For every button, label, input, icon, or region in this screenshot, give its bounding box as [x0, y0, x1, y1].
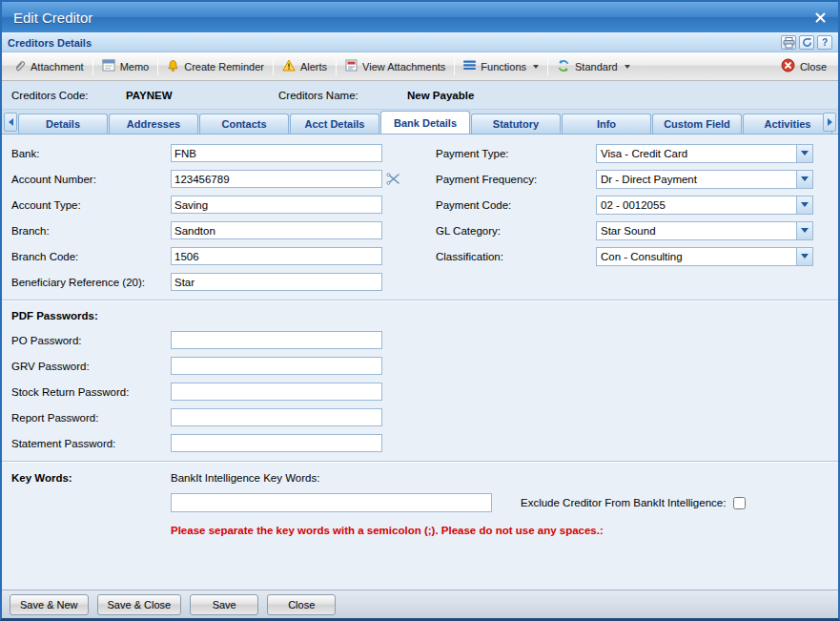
alerts-label: Alerts [300, 61, 327, 72]
tabs: Details Addresses Contacts Acct Details … [18, 109, 837, 134]
classification-select[interactable]: Con - Consulting [596, 247, 813, 266]
attachment-button[interactable]: Attachment [7, 55, 91, 78]
tab-bank-details[interactable]: Bank Details [380, 111, 470, 134]
combo-arrow-icon[interactable] [796, 197, 812, 214]
stock-return-password-input[interactable] [171, 383, 382, 401]
close-button[interactable]: Close [774, 54, 833, 78]
combo-arrow-icon[interactable] [796, 145, 812, 162]
exclude-creditor-checkbox[interactable] [733, 497, 746, 509]
pdf-passwords-title: PDF Passwords: [2, 306, 838, 327]
payment-type-label: Payment Type: [436, 148, 596, 159]
key-words-title: Key Words: [11, 472, 171, 484]
tab-scroll-left-icon[interactable] [4, 113, 17, 132]
titlebar: Edit Creditor [2, 2, 838, 32]
statement-password-input[interactable] [171, 434, 382, 452]
tab-contacts[interactable]: Contacts [199, 114, 289, 134]
po-password-input[interactable] [171, 331, 382, 349]
bank-input[interactable] [171, 144, 382, 162]
gl-category-label: GL Category: [436, 225, 596, 237]
payment-type-select[interactable]: Visa - Credit Card [596, 144, 813, 163]
payment-frequency-select[interactable]: Dr - Direct Payment [596, 170, 813, 189]
grv-password-label: GRV Password: [11, 361, 171, 372]
panel-header-title: Creditors Details [8, 37, 92, 49]
stock-return-password-label: Stock Return Password: [11, 386, 171, 398]
creditor-info-row: Creditors Code: PAYNEW Creditors Name: N… [2, 81, 838, 110]
memo-button[interactable]: Memo [95, 55, 156, 77]
bankit-keywords-label: BankIt Intelligence Key Words: [171, 472, 319, 484]
payment-code-label: Payment Code: [436, 199, 596, 211]
close-red-icon [781, 58, 795, 74]
toolbar-separator [157, 58, 158, 75]
chevron-down-icon [625, 65, 630, 69]
bank-details-panel: Bank: Account Number: Account Type: Bran… [2, 135, 838, 590]
tab-details[interactable]: Details [18, 114, 108, 134]
account-type-label: Account Type: [11, 199, 171, 211]
standard-label: Standard [575, 61, 618, 72]
creditors-code-value: PAYNEW [126, 90, 278, 101]
account-tools-icon[interactable] [386, 173, 400, 185]
tab-info[interactable]: Info [562, 114, 651, 134]
bankit-keywords-input[interactable] [171, 493, 492, 512]
account-number-label: Account Number: [11, 174, 171, 185]
toolbar-separator [547, 58, 548, 75]
report-password-label: Report Password: [11, 412, 171, 424]
create-reminder-button[interactable]: Create Reminder [160, 55, 271, 78]
branch-code-input[interactable] [171, 247, 382, 265]
save-button[interactable]: Save [190, 594, 258, 615]
beneficiary-reference-label: Beneficiary Reference (20): [11, 277, 171, 288]
tab-acct-details[interactable]: Acct Details [290, 114, 379, 134]
account-number-input[interactable] [171, 170, 382, 188]
grv-password-input[interactable] [171, 357, 382, 375]
view-attachments-button[interactable]: View Attachments [338, 55, 452, 77]
panel-header-icons: ? [778, 35, 832, 50]
functions-menu-icon [463, 60, 476, 72]
creditors-name-value: New Payable [407, 90, 474, 101]
save-and-new-button[interactable]: Save & New [10, 594, 89, 615]
bank-label: Bank: [11, 148, 171, 159]
functions-button[interactable]: Functions [457, 56, 545, 76]
memo-label: Memo [120, 61, 150, 72]
beneficiary-reference-input[interactable] [171, 273, 382, 291]
report-password-input[interactable] [171, 408, 382, 426]
tab-scroll-right-icon[interactable] [823, 113, 836, 132]
toolbar-separator [336, 58, 337, 75]
standard-button[interactable]: Standard [550, 55, 637, 78]
payment-frequency-label: Payment Frequency: [436, 174, 596, 185]
exclude-creditor-label: Exclude Creditor From BankIt Intelligenc… [521, 497, 726, 508]
branch-label: Branch: [11, 225, 171, 237]
payment-code-select[interactable]: 02 - 0012055 [596, 196, 813, 215]
account-type-input[interactable] [171, 196, 382, 214]
creditors-name-label: Creditors Name: [278, 90, 407, 101]
refresh-icon[interactable] [799, 35, 814, 50]
attachment-label: Attachment [31, 61, 84, 72]
toolbar: Attachment Memo Create Reminder Alerts [2, 52, 838, 81]
footer-bar: Save & New Save & Close Save Close [2, 590, 838, 618]
combo-arrow-icon[interactable] [796, 171, 812, 188]
window-title: Edit Creditor [13, 10, 92, 26]
print-icon[interactable] [781, 35, 796, 50]
combo-arrow-icon[interactable] [796, 248, 812, 265]
view-attachments-label: View Attachments [362, 61, 445, 72]
attachment-icon [13, 59, 26, 74]
help-icon[interactable]: ? [817, 35, 832, 50]
gl-category-select[interactable]: Star Sound [596, 221, 813, 240]
branch-code-label: Branch Code: [11, 251, 171, 262]
branch-input[interactable] [171, 221, 382, 239]
tab-addresses[interactable]: Addresses [109, 114, 198, 134]
statement-password-label: Statement Password: [11, 438, 171, 449]
window-close-icon[interactable] [814, 11, 827, 24]
chevron-down-icon [533, 65, 539, 69]
tab-custom-field[interactable]: Custom Field [652, 114, 742, 134]
close-footer-button[interactable]: Close [267, 594, 336, 615]
create-reminder-label: Create Reminder [184, 61, 264, 72]
memo-icon [102, 59, 115, 73]
toolbar-separator [92, 58, 93, 75]
toolbar-separator [454, 58, 455, 75]
save-and-close-button[interactable]: Save & Close [97, 594, 182, 615]
section-divider [2, 300, 838, 301]
alerts-button[interactable]: Alerts [276, 55, 334, 77]
tab-strip: Details Addresses Contacts Acct Details … [2, 110, 838, 135]
combo-arrow-icon[interactable] [796, 222, 812, 239]
tab-activities[interactable]: Activities [743, 114, 832, 134]
tab-statutory[interactable]: Statutory [471, 114, 561, 134]
